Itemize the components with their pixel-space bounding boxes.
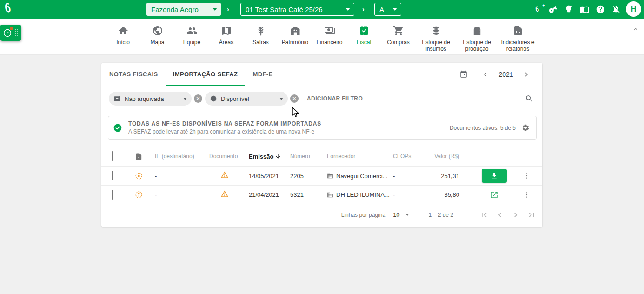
- table-row: - 14/05/2021 2205 Navegui Comerci... - 2…: [101, 166, 542, 185]
- nav-item-financeiro[interactable]: Financeiro: [312, 24, 347, 46]
- breadcrumb-chevron-icon: ›: [362, 6, 365, 13]
- last-page-button[interactable]: [526, 209, 537, 220]
- chevron-down-icon: [279, 98, 283, 100]
- tabs-bar: NOTAS FISCAIS IMPORTAÇÃO SEFAZ MDF-E 202…: [101, 63, 542, 86]
- next-year-button[interactable]: [521, 69, 532, 80]
- tab-notas-fiscais[interactable]: NOTAS FISCAIS: [102, 63, 166, 86]
- filter-chip-archived[interactable]: Não arquivada: [109, 92, 192, 106]
- notifications-off-icon[interactable]: [611, 5, 621, 14]
- column-header-fornecedor[interactable]: Fornecedor: [325, 153, 390, 160]
- key-icon[interactable]: [548, 5, 558, 14]
- cell-emissao: 21/04/2021: [246, 191, 287, 198]
- download-icon: [491, 172, 498, 180]
- row-menu-button[interactable]: [521, 189, 532, 200]
- column-header-valor[interactable]: Valor (R$): [427, 153, 471, 160]
- select-all-checkbox[interactable]: [112, 151, 113, 161]
- nav-item-fiscal[interactable]: Fiscal: [347, 24, 381, 46]
- lightbulb-plus-icon[interactable]: [564, 5, 573, 14]
- column-header-documento[interactable]: Documento: [208, 153, 246, 160]
- farm-selector-caret[interactable]: [208, 3, 221, 16]
- status-question-circle-icon: [129, 191, 148, 199]
- cell-numero: 5321: [287, 191, 325, 198]
- farm-selector-value: Fazenda Aegro: [146, 6, 208, 13]
- download-button[interactable]: [482, 169, 507, 183]
- row-menu-button[interactable]: [521, 170, 532, 181]
- previous-year-button[interactable]: [480, 69, 491, 80]
- filter-bar: Não arquivada ✕ Disponível ✕ ADICIONAR F…: [101, 87, 542, 111]
- field-selector-caret[interactable]: [388, 3, 401, 15]
- top-header: ∂ Fazenda Aegro › 01 Test Safra Café 25/…: [0, 0, 644, 19]
- cell-numero: 2205: [287, 173, 325, 180]
- table-header-row: IE (destinatário) Documento Emissão Núme…: [101, 147, 542, 166]
- more-vert-icon: [523, 172, 531, 180]
- first-page-button[interactable]: [478, 209, 490, 220]
- breadcrumb-chevron-icon: ›: [227, 6, 229, 13]
- nav-item-safras[interactable]: Safras: [244, 24, 278, 46]
- row-checkbox[interactable]: [112, 171, 113, 180]
- nav-item-patrimonio[interactable]: Patrimônio: [278, 24, 312, 46]
- drag-handle-icon[interactable]: [15, 29, 19, 37]
- warning-icon[interactable]: [208, 171, 246, 181]
- nav-item-estoque-producao[interactable]: Estoque de produção: [457, 24, 498, 53]
- book-icon[interactable]: [580, 5, 589, 14]
- timer-icon: [3, 28, 12, 38]
- next-page-button[interactable]: [510, 209, 521, 220]
- stack-icon: [431, 24, 442, 37]
- add-farm-icon[interactable]: ∂+: [532, 5, 542, 14]
- help-icon[interactable]: [596, 5, 605, 14]
- documents-table: IE (destinatário) Documento Emissão Núme…: [101, 147, 542, 204]
- cell-fornecedor: DH LED ILUMINA...: [325, 191, 390, 198]
- status-error-circle-icon: [129, 172, 148, 180]
- add-filter-button[interactable]: ADICIONAR FILTRO: [307, 95, 363, 102]
- chevron-down-icon: [392, 8, 397, 11]
- calendar-icon[interactable]: [459, 70, 468, 79]
- year-selector: 2021: [459, 63, 542, 86]
- remove-filter-archived-button[interactable]: ✕: [194, 94, 202, 103]
- column-header-cfops[interactable]: CFOPs: [390, 153, 427, 160]
- row-checkbox[interactable]: [112, 190, 113, 200]
- cell-ie: -: [148, 191, 208, 198]
- warning-icon[interactable]: [208, 190, 246, 200]
- remove-filter-available-button[interactable]: ✕: [290, 94, 299, 103]
- farm-selector[interactable]: Fazenda Aegro: [146, 3, 221, 16]
- harvest-selector[interactable]: 01 Test Safra Café 25/26: [240, 3, 354, 16]
- avatar-initial: H: [631, 5, 637, 13]
- column-header-ie[interactable]: IE (destinatário): [148, 153, 208, 160]
- nav-item-inicio[interactable]: Início: [106, 24, 140, 46]
- money-icon: [324, 24, 335, 37]
- nav-item-estoque-insumos[interactable]: Estoque de insumos: [416, 24, 457, 53]
- harvest-selector-caret[interactable]: [341, 3, 354, 15]
- scroll-up-icon[interactable]: [632, 26, 639, 33]
- cell-valor: 35,80: [427, 191, 471, 198]
- cell-valor: 251,31: [427, 173, 471, 180]
- report-icon: [512, 24, 524, 37]
- column-header-numero[interactable]: Número: [287, 153, 325, 160]
- floating-timer-widget[interactable]: [0, 25, 21, 41]
- search-icon[interactable]: [524, 93, 535, 104]
- nav-item-indicadores[interactable]: Indicadores e relatórios: [498, 24, 538, 53]
- banner-subtitle: A SEFAZ pode levar até 2h para comunicar…: [128, 128, 442, 135]
- nav-item-compras[interactable]: Compras: [381, 24, 416, 46]
- previous-page-button[interactable]: [494, 209, 505, 220]
- chevron-down-icon: [183, 98, 187, 100]
- gear-icon[interactable]: [522, 124, 530, 132]
- nav-item-mapa[interactable]: Mapa: [140, 24, 175, 46]
- user-avatar[interactable]: H: [626, 1, 641, 17]
- app-root: ∂ Fazenda Aegro › 01 Test Safra Café 25/…: [0, 0, 644, 294]
- table-row: - 21/04/2021 5321 DH LED ILUMINA... - 35…: [101, 185, 542, 204]
- filter-chip-available[interactable]: Disponível: [205, 92, 288, 106]
- rows-per-page-select[interactable]: 10: [392, 210, 410, 220]
- barn-icon: [290, 24, 301, 37]
- aegro-logo-icon: ∂: [5, 1, 11, 15]
- field-selector[interactable]: A: [374, 3, 401, 16]
- receipt-check-icon: [359, 24, 370, 37]
- tab-importacao-sefaz[interactable]: IMPORTAÇÃO SEFAZ: [166, 63, 246, 86]
- tab-mdfe[interactable]: MDF-E: [245, 63, 280, 86]
- column-header-emissao[interactable]: Emissão: [246, 153, 287, 160]
- open-document-button[interactable]: [489, 189, 500, 200]
- archive-icon: [113, 95, 121, 102]
- nav-item-equipe[interactable]: Equipe: [175, 24, 209, 46]
- sort-descending-icon: [275, 153, 281, 160]
- nav-item-areas[interactable]: Áreas: [209, 24, 244, 46]
- building-icon: [327, 192, 333, 198]
